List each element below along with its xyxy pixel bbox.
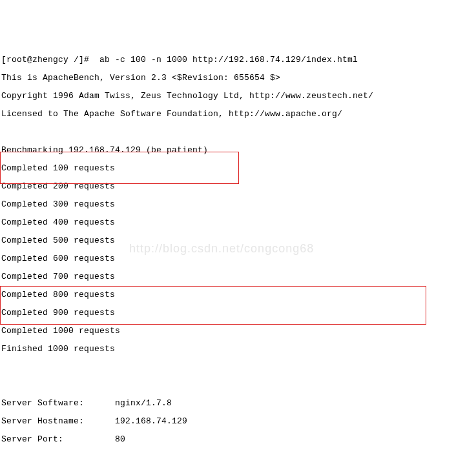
server-hostname-value: 192.168.74.129: [115, 416, 187, 426]
progress-line: Completed 400 requests: [1, 218, 476, 227]
ab-license-line: Licensed to The Apache Software Foundati…: [1, 110, 476, 119]
server-port-value: 80: [115, 434, 125, 444]
server-software-value: nginx/1.7.8: [115, 398, 172, 408]
benchmarking-line: Benchmarking 192.168.74.129 (be patient): [1, 146, 476, 155]
shell-prompt-line: [root@zhengcy /]# ab -c 100 -n 1000 http…: [1, 56, 476, 65]
progress-line: Completed 200 requests: [1, 182, 476, 191]
progress-line: Finished 1000 requests: [1, 345, 476, 354]
progress-line: Completed 700 requests: [1, 272, 476, 281]
progress-line: Completed 800 requests: [1, 290, 476, 299]
progress-line: Completed 500 requests: [1, 236, 476, 245]
progress-line: Completed 300 requests: [1, 200, 476, 209]
progress-line: Completed 600 requests: [1, 254, 476, 263]
progress-line: Completed 900 requests: [1, 309, 476, 318]
server-software-key: Server Software:: [1, 398, 84, 408]
server-port-key: Server Port:: [1, 434, 63, 444]
ab-copyright-line: Copyright 1996 Adam Twiss, Zeus Technolo…: [1, 92, 476, 101]
server-hostname-key: Server Hostname:: [1, 416, 84, 426]
progress-line: Completed 100 requests: [1, 164, 476, 173]
progress-line: Completed 1000 requests: [1, 327, 476, 336]
watermark-text: http://blog.csdn.net/congcong68: [129, 244, 314, 253]
ab-version-line: This is ApacheBench, Version 2.3 <$Revis…: [1, 74, 476, 83]
